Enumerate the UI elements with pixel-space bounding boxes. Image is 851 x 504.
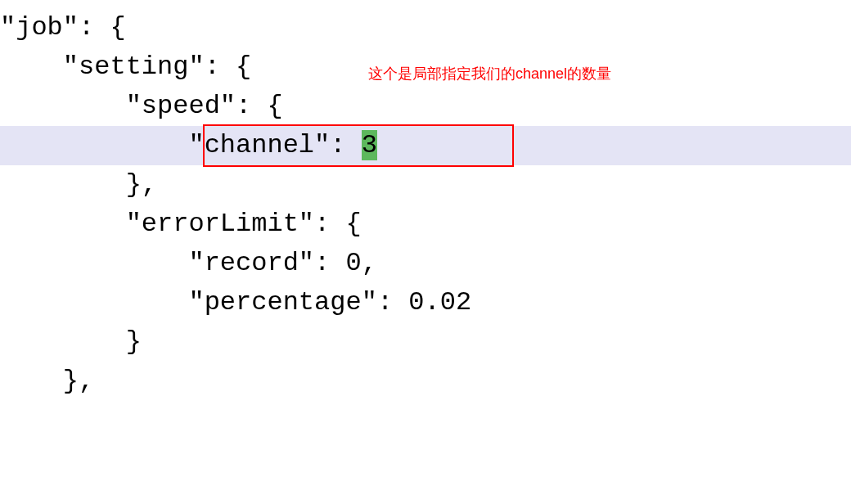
code-line-6: "errorLimit": { xyxy=(0,205,851,244)
code-text: }, xyxy=(0,366,94,396)
code-text: "setting": { xyxy=(0,52,251,82)
code-line-10: }, xyxy=(0,362,851,401)
code-line-4-highlighted: "channel": 3 xyxy=(0,126,851,165)
code-text: "record": 0, xyxy=(0,248,377,278)
annotation-text: 这个是局部指定我们的channel的数量 xyxy=(368,64,611,83)
code-line-5: }, xyxy=(0,165,851,205)
channel-value-highlighted: 3 xyxy=(362,130,377,160)
code-text: "channel": xyxy=(0,130,362,160)
code-line-9: } xyxy=(0,322,851,362)
code-text: }, xyxy=(0,169,157,200)
code-text: "speed": { xyxy=(0,91,283,121)
code-text: "errorLimit": { xyxy=(0,209,362,239)
code-line-1: "job": { xyxy=(0,8,851,47)
code-line-8: "percentage": 0.02 xyxy=(0,283,851,322)
code-line-7: "record": 0, xyxy=(0,244,851,283)
code-block: "job": { "setting": { "speed": { "channe… xyxy=(0,0,851,401)
code-line-3: "speed": { xyxy=(0,87,851,126)
code-text: "job": { xyxy=(0,12,126,43)
code-text: "percentage": 0.02 xyxy=(0,287,471,317)
code-text: } xyxy=(0,326,142,357)
